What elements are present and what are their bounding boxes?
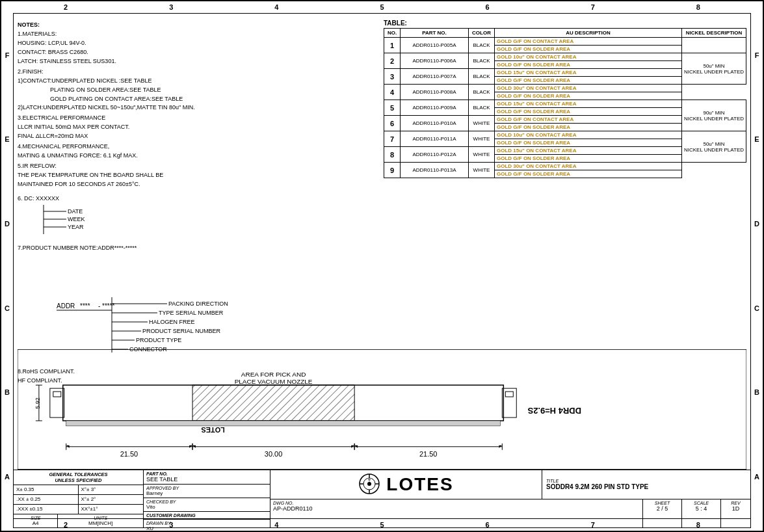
notes-electrical-title: 3.ELECTRICAL PERFORMANCE [18, 114, 365, 123]
svg-text:21.50: 21.50 [419, 450, 437, 458]
table-row-color: BLACK [469, 100, 495, 116]
notes-housing: HOUSING: LCP,UL 94V-0. [18, 39, 365, 48]
dwg-section: DWG NO. AP-ADDR0110 [270, 499, 643, 528]
row-a-right: A [754, 473, 759, 481]
title-section: TITLE SODDR4 9.2M 260 PIN STD TYPE [542, 470, 750, 499]
scale-section: SCALE 5 : 4 [682, 499, 721, 528]
notes-llcr-initial: LLCR INITIAL 50mΩ MAX PER CONTACT. [18, 123, 365, 132]
table-row-au1: GOLD 30u" ON CONTACT AREA [495, 163, 682, 170]
table-row-no: 6 [384, 116, 401, 131]
notes-materials-title: 1.MATERIALS: [18, 30, 365, 39]
notes-finish-2: PLATING ON SOLDER AREA:SEE TABLE [18, 86, 365, 95]
notes-section: NOTES: 1.MATERIALS: HOUSING: LCP,UL 94V-… [18, 21, 365, 253]
scale-value: 5 : 4 [685, 505, 718, 512]
table-row-au1: GOLD 10u" ON CONTACT AREA [495, 53, 682, 61]
svg-text:*****: ***** [102, 302, 115, 310]
table-row-au1: GOLD 30u" ON CONTACT AREA [495, 85, 682, 92]
notes-contact: CONTACT: BRASS C2680. [18, 48, 365, 57]
svg-text:YEAR: YEAR [68, 224, 84, 230]
right-info-section: LOTES TITLE SODDR4 9.2M 260 PIN STD TYPE… [270, 470, 750, 527]
table-row-part: ADDR0110-P009A [401, 100, 469, 116]
svg-point-63 [367, 482, 371, 486]
title-block: GENERAL TOLERANCESUNLESS SPECIFIED X± 0.… [13, 470, 751, 528]
table-row-nickel: 50u" MIN NICKEL UNDER PLATED [681, 53, 746, 85]
customer-drawing-row: CUSTOMER DRAWING [144, 512, 270, 520]
table-row-no: 3 [384, 69, 401, 85]
units-label: UNITS [59, 516, 142, 520]
th-part: PART NO. [401, 29, 469, 38]
col-labels-top: 2 3 4 5 6 7 8 [13, 3, 751, 11]
table-row-no: 2 [384, 53, 401, 69]
drawn-row: DRAWN BY XU [144, 520, 270, 532]
part-no-value: SEE TABLE [146, 476, 267, 483]
dwg-sheet-row: DWG NO. AP-ADDR0110 SHEET 2 / 5 SCALE 5 … [270, 499, 750, 528]
table-row-color: WHITE [469, 147, 495, 163]
svg-rect-34 [66, 421, 501, 426]
col-2-top: 2 [64, 3, 68, 11]
title-value: SODDR4 9.2M 260 PIN STD TYPE [546, 483, 746, 490]
table-row-au2: GOLD G/F ON SOLDER AREA [495, 92, 682, 100]
notes-llcr-final: FINAL ΔLLCR=20mΩ MAX [18, 132, 365, 141]
table-row-no: 9 [384, 163, 401, 178]
col-3-top: 3 [169, 3, 173, 11]
row-b-right: B [754, 388, 759, 396]
svg-text:ADDR: ADDR [57, 302, 75, 310]
svg-text:****: **** [80, 302, 90, 310]
svg-text:AREA FOR PICK AND: AREA FOR PICK AND [241, 371, 306, 378]
table-row-au2: GOLD G/F ON SOLDER AREA [495, 77, 682, 85]
table-row-part: ADDR0110-P013A [401, 163, 469, 178]
table-row-au2: GOLD G/F ON SOLDER AREA [495, 46, 682, 53]
svg-text:30.00: 30.00 [265, 450, 282, 458]
col-8-top: 8 [696, 3, 700, 11]
notes-ir-1: THE PEAK TEMPRATURE ON THE BOARD SHALL B… [18, 171, 365, 180]
svg-text:21.50: 21.50 [120, 450, 138, 458]
notes-finish-1: 1)CONTACT:UNDERPLATED NICKEL :SEE TABLE [18, 77, 365, 86]
approved-value: Barney [146, 490, 267, 496]
svg-marker-68 [367, 478, 371, 482]
svg-text:HALOGEN FREE: HALOGEN FREE [149, 319, 195, 325]
drawn-label: DRAWN BY [146, 521, 267, 525]
notes-mechanical-title: 4.MECHANICAL PERFORMANCE, [18, 142, 365, 152]
row-f-left: F [5, 51, 10, 59]
dc-diagram: DATE WEEK YEAR [31, 205, 365, 241]
col-4-top: 4 [274, 3, 278, 11]
company-section: LOTES [270, 470, 542, 499]
tol-xxxd: XX°±1° [79, 505, 144, 514]
svg-rect-30 [50, 388, 64, 418]
svg-text:PACKING DIRECTION: PACKING DIRECTION [168, 300, 228, 307]
row-a-left: A [5, 473, 10, 481]
notes-dc-title: 6. DC: XXXXXX [18, 194, 365, 204]
parts-table: NO. PART NO. COLOR AU DESCRIPTION NICKEL… [384, 28, 746, 178]
notes-mating: MATING & UNMATING FORCE: 6.1 Kgf MAX. [18, 152, 365, 161]
svg-text:LOTES: LOTES [201, 426, 225, 434]
svg-text:-: - [98, 302, 100, 310]
table-row-au2: GOLD G/F ON SOLDER AREA [495, 108, 682, 116]
table-row-no: 7 [384, 131, 401, 147]
svg-text:PRODUCT TYPE: PRODUCT TYPE [136, 337, 181, 343]
svg-text:PRODUCT SERIAL NUMBER: PRODUCT SERIAL NUMBER [142, 328, 221, 334]
company-name: LOTES [386, 474, 453, 495]
table-row-nickel [681, 38, 746, 53]
tol-xxx: .XXX ±0.15 [14, 505, 79, 514]
table-row-no: 8 [384, 147, 401, 163]
table-row-nickel: 90u" MIN NICKEL UNDER PLATED [681, 100, 746, 131]
tol-xd: X°± 3° [79, 485, 144, 495]
part-no-row: PART NO. SEE TABLE [144, 470, 270, 485]
th-au: AU DESCRIPTION [495, 29, 682, 38]
tolerances-section: GENERAL TOLERANCESUNLESS SPECIFIED X± 0.… [14, 470, 144, 527]
table-row-part: ADDR0110-P012A [401, 147, 469, 163]
svg-rect-31 [53, 392, 61, 397]
row-b-left: B [5, 388, 10, 396]
company-title-row: LOTES TITLE SODDR4 9.2M 260 PIN STD TYPE [270, 470, 750, 499]
mid-info-section: PART NO. SEE TABLE APPROVED BY Barney CH… [144, 470, 270, 527]
notes-finish-title: 2.FINISH: [18, 68, 365, 77]
svg-text:DATE: DATE [68, 208, 83, 215]
sheet-label: SHEET [646, 501, 679, 505]
size-units-row: SIZE A4 UNITS MM[INCH] [14, 514, 143, 527]
rev-label: REV [724, 501, 748, 505]
th-nickel: NICKEL DESCRIPTION [681, 29, 746, 38]
table-row-color: BLACK [469, 85, 495, 100]
col-6-top: 6 [486, 3, 490, 11]
drawing-page: 2 3 4 5 6 7 8 2 3 4 5 6 7 8 F E D C B A [0, 0, 764, 532]
notes-product-note: 7.PRODUCT NUMBER NOTE:ADDR****-***** [18, 244, 365, 253]
